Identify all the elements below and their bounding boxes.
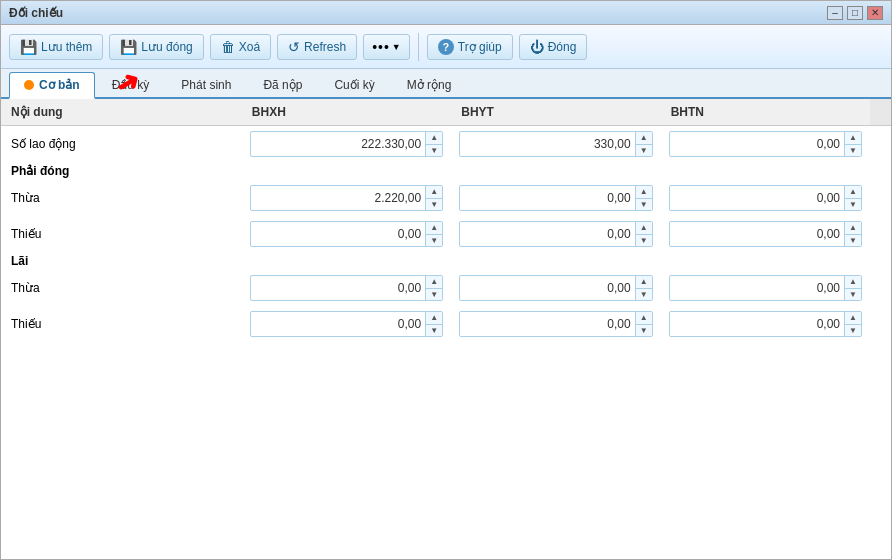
data-table: Nội dung BHXH BHYT BHTN Số lao động ▲ <box>1 99 891 342</box>
bhxh-so-lao-dong-input[interactable] <box>251 135 425 153</box>
tab-cuoi-ky[interactable]: Cuối kỳ <box>319 72 389 97</box>
spin-down[interactable]: ▼ <box>845 234 861 247</box>
tro-giup-icon: ? <box>438 39 454 55</box>
xoa-button[interactable]: 🗑 Xoá <box>210 34 271 60</box>
restore-button[interactable]: □ <box>847 6 863 20</box>
input-bhtn-thieu-1[interactable]: ▲ ▼ <box>669 221 862 247</box>
bhxh-thua-1-input[interactable] <box>251 189 425 207</box>
spin-down[interactable]: ▼ <box>636 234 652 247</box>
bhxh-thua-2-input[interactable] <box>251 279 425 297</box>
input-bhtn-thua-2[interactable]: ▲ ▼ <box>669 275 862 301</box>
bhxh-thieu-2-input[interactable] <box>251 315 425 333</box>
bhxh-thieu-1-input[interactable] <box>251 225 425 243</box>
input-bhyt-thieu-2[interactable]: ▲ ▼ <box>459 311 652 337</box>
input-bhyt-thieu-1[interactable]: ▲ ▼ <box>459 221 652 247</box>
title-bar: Đối chiếu – □ ✕ <box>1 1 891 25</box>
spin-down[interactable]: ▼ <box>845 198 861 211</box>
input-bhxh-thua-1[interactable]: ▲ ▼ <box>250 185 443 211</box>
bhtn-thieu-2-input[interactable] <box>670 315 844 333</box>
spin-down[interactable]: ▼ <box>636 198 652 211</box>
input-bhxh-thieu-2[interactable]: ▲ ▼ <box>250 311 443 337</box>
header-bhtn: BHTN <box>661 99 870 126</box>
bhyt-so-lao-dong-input[interactable] <box>460 135 634 153</box>
spin-up[interactable]: ▲ <box>845 186 861 198</box>
refresh-button[interactable]: ↺ Refresh <box>277 34 357 60</box>
spin-up[interactable]: ▲ <box>845 276 861 288</box>
input-bhyt-thua-2[interactable]: ▲ ▼ <box>459 275 652 301</box>
cell-bhtn-thieu-2: ▲ ▼ <box>661 306 870 342</box>
spin-down[interactable]: ▼ <box>426 288 442 301</box>
table-row: Thiếu ▲ ▼ <box>1 216 891 252</box>
label-thieu-1: Thiếu <box>1 216 242 252</box>
spin-down[interactable]: ▼ <box>845 324 861 337</box>
spin-bhtn-thieu-1: ▲ ▼ <box>844 222 861 246</box>
refresh-icon: ↺ <box>288 39 300 55</box>
annotation-arrow: ➜ <box>116 69 139 97</box>
spin-down[interactable]: ▼ <box>636 144 652 157</box>
spin-up[interactable]: ▲ <box>426 276 442 288</box>
input-bhtn-so-lao-dong[interactable]: ▲ ▼ <box>669 131 862 157</box>
input-bhyt-so-lao-dong[interactable]: ▲ ▼ <box>459 131 652 157</box>
input-bhxh-thieu-1[interactable]: ▲ ▼ <box>250 221 443 247</box>
tab-phat-sinh[interactable]: Phát sinh <box>166 72 246 97</box>
header-bhyt: BHYT <box>451 99 660 126</box>
spin-up[interactable]: ▲ <box>426 132 442 144</box>
more-button[interactable]: ••• ▼ <box>363 34 410 60</box>
input-bhxh-so-lao-dong[interactable]: ▲ ▼ <box>250 131 443 157</box>
spin-down[interactable]: ▼ <box>636 288 652 301</box>
spin-bhyt-thua-2: ▲ ▼ <box>635 276 652 300</box>
bhtn-thua-1-input[interactable] <box>670 189 844 207</box>
close-button[interactable]: ✕ <box>867 6 883 20</box>
bhyt-thua-2-input[interactable] <box>460 279 634 297</box>
cell-bhyt-thua-1: ▲ ▼ <box>451 180 660 216</box>
spin-bhtn-thieu-2: ▲ ▼ <box>844 312 861 336</box>
spin-bhxh-thieu-1: ▲ ▼ <box>425 222 442 246</box>
spin-up[interactable]: ▲ <box>426 312 442 324</box>
cell-bhxh-thua-2: ▲ ▼ <box>242 270 451 306</box>
input-bhtn-thieu-2[interactable]: ▲ ▼ <box>669 311 862 337</box>
table-header-row: Nội dung BHXH BHYT BHTN <box>1 99 891 126</box>
spin-up[interactable]: ▲ <box>845 222 861 234</box>
input-bhyt-thua-1[interactable]: ▲ ▼ <box>459 185 652 211</box>
dong-icon: ⏻ <box>530 39 544 55</box>
toolbar-divider <box>418 33 419 61</box>
spin-up[interactable]: ▲ <box>636 222 652 234</box>
bhyt-thieu-2-input[interactable] <box>460 315 634 333</box>
spin-up[interactable]: ▲ <box>426 222 442 234</box>
bhtn-thua-2-input[interactable] <box>670 279 844 297</box>
input-bhtn-thua-1[interactable]: ▲ ▼ <box>669 185 862 211</box>
spin-up[interactable]: ▲ <box>636 132 652 144</box>
luu-them-button[interactable]: 💾 Lưu thêm <box>9 34 103 60</box>
luu-dong-button[interactable]: 💾 Lưu đóng <box>109 34 203 60</box>
luu-dong-icon: 💾 <box>120 39 137 55</box>
bhtn-thieu-1-input[interactable] <box>670 225 844 243</box>
spin-bhtn-thua-1: ▲ ▼ <box>844 186 861 210</box>
spin-down[interactable]: ▼ <box>845 288 861 301</box>
tab-da-nop[interactable]: Đã nộp <box>248 72 317 97</box>
spin-down[interactable]: ▼ <box>845 144 861 157</box>
spin-up[interactable]: ▲ <box>636 186 652 198</box>
header-noidung: Nội dung <box>1 99 242 126</box>
spin-up[interactable]: ▲ <box>426 186 442 198</box>
minimize-button[interactable]: – <box>827 6 843 20</box>
more-dropdown-arrow: ▼ <box>392 42 401 52</box>
spin-up[interactable]: ▲ <box>845 132 861 144</box>
input-bhxh-thua-2[interactable]: ▲ ▼ <box>250 275 443 301</box>
spin-down[interactable]: ▼ <box>426 324 442 337</box>
spin-up[interactable]: ▲ <box>636 276 652 288</box>
tro-giup-button[interactable]: ? Trợ giúp <box>427 34 513 60</box>
bhtn-so-lao-dong-input[interactable] <box>670 135 844 153</box>
cell-bhtn-thua-1: ▲ ▼ <box>661 180 870 216</box>
tab-mo-rong[interactable]: Mở rộng <box>392 72 467 97</box>
bhyt-thieu-1-input[interactable] <box>460 225 634 243</box>
spin-up[interactable]: ▲ <box>636 312 652 324</box>
spin-down[interactable]: ▼ <box>426 144 442 157</box>
tab-co-ban[interactable]: Cơ bản <box>9 72 95 99</box>
dong-button[interactable]: ⏻ Đóng <box>519 34 588 60</box>
spin-down[interactable]: ▼ <box>426 234 442 247</box>
cell-bhxh-thua-1: ▲ ▼ <box>242 180 451 216</box>
spin-down[interactable]: ▼ <box>636 324 652 337</box>
spin-up[interactable]: ▲ <box>845 312 861 324</box>
spin-down[interactable]: ▼ <box>426 198 442 211</box>
bhyt-thua-1-input[interactable] <box>460 189 634 207</box>
